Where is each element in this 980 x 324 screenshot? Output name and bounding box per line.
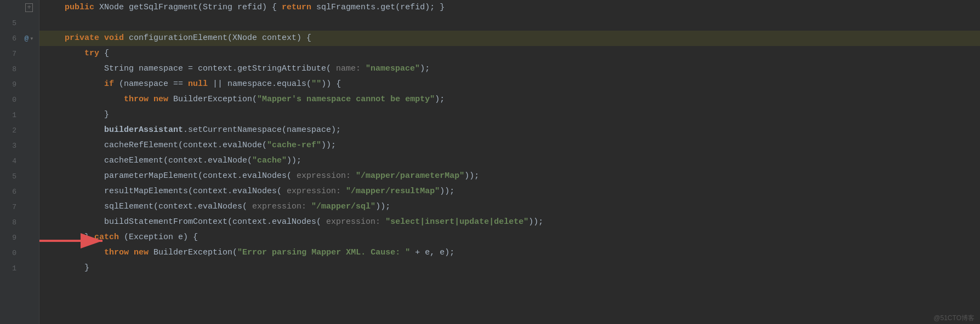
code-token: "/mapper/sql": [311, 202, 375, 211]
line-number: 8: [0, 65, 21, 73]
gutter-row: 3: [0, 138, 39, 153]
code-token: "/mapper/parameterMap": [356, 171, 464, 181]
code-line: cacheElement(context.evalNode("cache"));: [39, 153, 980, 169]
code-token: + e, e);: [410, 248, 454, 257]
code-line: }: [39, 107, 980, 123]
code-content: public XNode getSqlFragment(String refid…: [45, 0, 445, 15]
code-token: return: [282, 3, 311, 12]
code-content: resultMapElements(context.evalNodes( exp…: [45, 184, 454, 199]
code-token: [129, 248, 134, 257]
code-token: expression:: [292, 171, 356, 181]
code-token: );: [435, 95, 445, 104]
code-token: String namespace = context.getStringAttr…: [45, 64, 331, 73]
code-token: "namespace": [366, 64, 420, 73]
code-token: "cache": [252, 156, 287, 165]
code-token: void: [104, 33, 124, 43]
code-content: buildStatementFromContext(context.evalNo…: [45, 215, 543, 230]
code-line: cacheRefElement(context.evalNode("cache-…: [39, 138, 980, 153]
gutter-row: 1: [0, 107, 39, 123]
code-token: configurationElement(XNode context) {: [124, 33, 311, 43]
gutter-row: 8: [0, 215, 39, 230]
gutter-row: 9: [0, 77, 39, 92]
code-token: null: [188, 79, 208, 89]
code-content: parameterMapElement(context.evalNodes( e…: [45, 169, 479, 184]
code-line: public XNode getSqlFragment(String refid…: [39, 0, 980, 15]
gutter-row: 7: [0, 199, 39, 215]
gutter-row: 1: [0, 261, 39, 276]
code-content: try {: [45, 46, 109, 61]
code-token: );: [420, 64, 430, 73]
code-token: "Mapper's namespace cannot be empty": [257, 95, 435, 104]
code-content: }: [45, 261, 89, 276]
code-content: sqlElement(context.evalNodes( expression…: [45, 199, 390, 215]
code-token: sqlFragments.get(refid); }: [311, 3, 445, 12]
code-editor: +56@▾789012345678901 public XNode getSql…: [0, 0, 980, 324]
line-number: 2: [0, 126, 21, 135]
code-token: BuilderException(: [168, 95, 257, 104]
code-token: throw: [124, 95, 149, 104]
code-content: String namespace = context.getStringAttr…: [45, 61, 430, 77]
code-token: expression:: [321, 217, 385, 227]
line-number: 8: [0, 218, 21, 227]
line-number: 3: [0, 142, 21, 150]
code-content: cacheElement(context.evalNode("cache"));: [45, 153, 301, 169]
line-number: 9: [0, 80, 21, 89]
line-number: 6: [0, 188, 21, 196]
code-token: [99, 33, 104, 43]
code-token: ));: [528, 217, 543, 227]
code-line: try {: [39, 46, 980, 61]
code-line: if (namespace == null || namespace.equal…: [39, 77, 980, 92]
code-token: }: [45, 110, 109, 119]
code-line: private void configurationElement(XNode …: [39, 31, 980, 46]
annotation-icon: @: [24, 34, 29, 43]
code-token: try: [84, 49, 99, 58]
code-token: "Error parsing Mapper XML. Cause: ": [237, 248, 410, 257]
line-number: 5: [0, 172, 21, 181]
code-token: [45, 79, 104, 89]
code-token: (Exception e) {: [119, 233, 198, 242]
code-token: [45, 3, 65, 12]
code-token: || namespace.equals(: [208, 79, 311, 89]
gutter-row: 0: [0, 245, 39, 261]
code-line: builderAssistant.setCurrentNamespace(nam…: [39, 123, 980, 138]
gutter-row: 8: [0, 61, 39, 77]
gutter-row: 2: [0, 123, 39, 138]
code-token: [45, 95, 124, 104]
code-token: [45, 49, 84, 58]
code-token: expression:: [282, 187, 346, 196]
code-content: }: [45, 107, 109, 123]
gutter-row: 7: [0, 46, 39, 61]
code-token: "": [311, 79, 321, 89]
code-token: buildStatementFromContext(context.evalNo…: [45, 217, 321, 227]
line-number: 5: [0, 19, 21, 27]
code-token: [149, 95, 153, 104]
line-number: 7: [0, 203, 21, 211]
code-token: [45, 33, 65, 43]
code-token: (namespace ==: [114, 79, 188, 89]
code-line: resultMapElements(context.evalNodes( exp…: [39, 184, 980, 199]
fold-icon[interactable]: +: [25, 3, 32, 12]
code-content: cacheRefElement(context.evalNode("cache-…: [45, 138, 336, 153]
gutter-row: 4: [0, 153, 39, 169]
code-token: new: [134, 248, 149, 257]
code-token: }: [45, 263, 89, 273]
code-content: throw new BuilderException("Mapper's nam…: [45, 92, 445, 107]
code-token: {: [99, 49, 109, 58]
gutter-icons: @▾: [21, 34, 37, 43]
fold-down-icon[interactable]: ▾: [30, 34, 33, 43]
code-line: [39, 15, 980, 31]
code-line: throw new BuilderException("Mapper's nam…: [39, 92, 980, 107]
gutter-row: +: [0, 0, 39, 15]
line-number: 1: [0, 111, 21, 119]
gutter-row: 5: [0, 169, 39, 184]
gutter-icons: +: [21, 3, 37, 12]
code-token: ));: [440, 187, 454, 196]
gutter-row: 9: [0, 230, 39, 245]
code-token: private: [65, 33, 99, 43]
code-token: "cache-ref": [267, 141, 321, 150]
code-line: parameterMapElement(context.evalNodes( e…: [39, 169, 980, 184]
code-token: resultMapElements(context.evalNodes(: [45, 187, 282, 196]
code-token: BuilderException(: [149, 248, 237, 257]
code-line: sqlElement(context.evalNodes( expression…: [39, 199, 980, 215]
line-number: 0: [0, 96, 21, 104]
